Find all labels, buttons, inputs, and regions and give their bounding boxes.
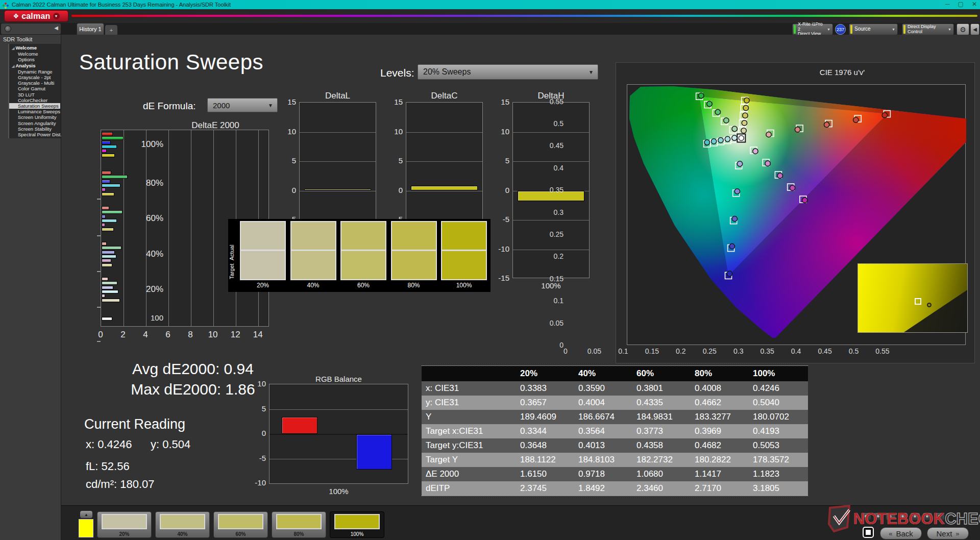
deltae-group-label: 60% [122,213,163,224]
patch-tile-20%[interactable]: 20% [97,511,152,538]
deltae-bar-20%-Cyan [102,290,118,293]
back-button[interactable]: « Back [880,527,922,539]
show-patch-button[interactable]: ▲ [80,511,92,518]
sidebar-item-screen-angularity[interactable]: Screen Angularity [9,120,61,126]
axis-tick [97,307,101,308]
swatch-column-80%: 80% [391,221,437,289]
sidebar-item-analysis[interactable]: ◢Analysis [9,63,61,69]
table-row-y[interactable]: Y189.4609186.6674184.9831183.3277180.070… [422,410,808,424]
table-cell: 2.3745 [516,483,574,494]
sidebar-item-colorchecker[interactable]: ColorChecker [9,97,61,103]
cie-point-blue [737,161,742,166]
sidebar-item-grayscale-2pt[interactable]: Grayscale - 2pt [9,75,61,80]
settings-button[interactable]: ⚙ [957,23,969,35]
calman-menu-button[interactable]: ❖ calman ▼ [4,10,68,22]
display-control-dropdown[interactable]: Direct Display Control ▼ [902,23,954,35]
record-dot-button[interactable] [935,513,944,520]
table-row-y-cie31[interactable]: y: CIE310.36570.40040.43350.46620.5040 [422,396,808,410]
table-cell: 1.8492 [574,483,632,494]
de-formula-dropdown[interactable]: 2000 ▼ [207,98,278,112]
patch-tile-60%[interactable]: 60% [213,511,268,538]
chevron-right-icon: » [955,530,959,537]
sidebar-item-welcome[interactable]: Welcome [9,51,61,57]
close-button[interactable]: ✕ [972,1,977,8]
expander-icon[interactable]: ◢ [12,46,14,50]
patch-tile-40%[interactable]: 40% [155,511,210,538]
tab-history-1[interactable]: History 1 [77,23,104,35]
table-header-cell: 60% [632,369,691,379]
record-dot-icon [889,515,892,518]
record-indicator-icon[interactable] [5,26,11,32]
deltae-bar-40%-Red [102,242,107,246]
cie-y-tick: 0.5 [543,119,564,128]
deltae-bar-60%-Blue [102,215,106,218]
calman-window: Calman 2022 Calman Ultimate for Business… [0,0,980,540]
table-row-x-cie31[interactable]: x: CIE310.33830.35900.38010.40080.4246 [422,381,808,396]
deltae-bar-40%-Green [102,246,121,250]
table-cell: 0.3564 [574,426,632,436]
deltaL-y-tick: 5 [278,156,296,165]
deltae-bar-100%-Green [102,136,124,140]
de-formula-value: 2000 [208,101,268,110]
record-dot-button[interactable] [886,513,895,520]
deltae-bar-80%-Magenta [102,188,106,191]
sidebar-item-saturation-sweeps[interactable]: Saturation Sweeps [9,103,60,109]
table-cell: 3.1805 [749,483,807,494]
record-dot-button[interactable] [874,513,883,520]
actual-swatch-100% [441,221,487,251]
maximize-button[interactable]: ▢ [958,1,964,8]
chevron-down-icon: ▼ [890,28,897,31]
deltae-x-tick: 10 [205,330,220,340]
sidebar-item-3d-lut[interactable]: 3D LUT [9,92,61,97]
sidebar-item-grayscale-multi[interactable]: Grayscale - Multi [9,80,61,86]
gridline [406,161,482,162]
deltae-group-label: 40% [122,249,163,259]
swatch-label: 40% [290,282,336,289]
cie-point-cyan [732,135,737,140]
table-row-target-y[interactable]: Target Y188.1122184.8103182.2732180.2822… [422,453,808,467]
record-dot-button[interactable] [898,513,908,520]
rgb-bar-red [282,417,317,434]
record-dot-button[interactable] [911,513,920,520]
sidebar-item-dynamic-range[interactable]: Dynamic Range [9,69,61,75]
source-dropdown[interactable]: Source ▼ [849,23,898,35]
sidebar-item-screen-uniformity[interactable]: Screen Uniformity [9,114,61,120]
minimize-button[interactable]: ─ [945,1,950,8]
meter-count-badge[interactable]: 237 [835,24,846,35]
target-row-label: Target [229,253,236,290]
table-cell: 1.1417 [691,469,749,479]
patch-tile-100%[interactable]: 100% [330,511,384,538]
chevron-down-icon: ▼ [825,28,832,31]
sidebar-item-color-gamut[interactable]: Color Gamut [9,86,61,91]
cie-point-cyan [704,140,709,145]
levels-dropdown[interactable]: 20% Sweeps ▼ [418,64,598,80]
table-row-target-x-cie31[interactable]: Target x:CIE310.33440.35640.37730.39690.… [422,424,808,438]
record-dot-button[interactable] [923,513,932,520]
sidebar-item-screen-stability[interactable]: Screen Stability [9,126,61,132]
inset-target-square [915,298,921,305]
table-row--e-2000[interactable]: ΔE 20001.61500.97181.06801.14171.1823 [422,467,808,481]
actual-swatch-80% [391,221,437,251]
table-row-deitp[interactable]: dEITP2.37451.84922.34602.71703.1805 [422,481,808,496]
table-row-target-y-cie31[interactable]: Target y:CIE310.36480.40130.43580.46820.… [422,438,808,453]
record-dot-button[interactable] [862,513,871,520]
max-de2000-reading: Max dE2000: 1.86 [86,381,300,398]
sidebar-item-options[interactable]: Options [9,57,61,62]
next-button[interactable]: Next » [927,527,969,539]
sidebar-item-welcome[interactable]: ◢Welcome [9,45,61,51]
collapse-panel-button[interactable]: ◀ [970,23,979,35]
patch-tile-80%[interactable]: 80% [272,511,326,538]
table-header-cell: 80% [691,369,749,379]
meter-dropdown[interactable]: X-Rite i1Pro 2Direct View ▼ [792,23,833,35]
stop-button[interactable] [861,525,876,539]
sidebar-item-luminance-sweeps[interactable]: Luminance Sweeps [9,109,61,114]
sidebar-item-spectral-power-dist-[interactable]: Spectral Power Dist. [9,132,61,137]
bottom-bar: ▲ 20%40%60%80%100% « Back Next » [61,505,980,540]
add-tab-button[interactable]: + [105,25,117,35]
table-header-cell: 20% [516,369,574,379]
collapse-sidebar-icon[interactable]: ◀ [54,25,58,31]
table-cell: 183.3277 [691,412,749,422]
tile-swatch [218,514,263,529]
gridline [406,191,482,191]
expander-icon[interactable]: ◢ [12,64,14,68]
